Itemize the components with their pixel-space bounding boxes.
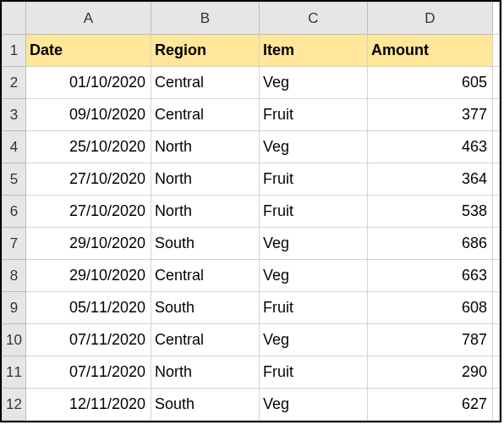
cell-item[interactable]: Fruit [260,356,368,389]
cell-item[interactable]: Veg [260,260,368,292]
table-row: 2 01/10/2020 Central Veg 605 [3,67,500,99]
cell-amount[interactable]: 663 [368,260,493,292]
cell-item[interactable]: Fruit [260,99,368,131]
cell-item[interactable]: Veg [260,389,368,421]
spreadsheet-grid[interactable]: A B C D 1 Date Region Item Amount 2 01/1… [0,0,501,422]
row-header[interactable]: 8 [3,260,26,292]
cell-date[interactable]: 29/10/2020 [26,228,151,260]
cell-amount[interactable]: 787 [368,324,493,356]
cell-item[interactable]: Fruit [260,196,368,228]
cell-region[interactable]: North [151,356,260,389]
table-row: 10 07/11/2020 Central Veg 787 [3,324,500,356]
cell-edge [493,324,500,356]
cell-date[interactable]: 05/11/2020 [26,292,151,324]
cell-date[interactable]: 12/11/2020 [26,389,151,421]
cell-date[interactable]: 07/11/2020 [26,324,151,356]
header-cell-date[interactable]: Date [26,35,151,67]
cell-region[interactable]: North [151,163,260,196]
cell-edge [493,99,500,131]
cell-region[interactable]: Central [151,324,260,356]
table-row: 6 27/10/2020 North Fruit 538 [3,196,500,228]
cell-edge [493,163,500,196]
cell-region[interactable]: South [151,389,260,421]
table-row: 5 27/10/2020 North Fruit 364 [3,163,500,196]
cell-item[interactable]: Veg [260,324,368,356]
row-header[interactable]: 12 [3,389,26,421]
cell-edge [493,389,500,421]
cell-edge [493,292,500,324]
column-header-c[interactable]: C [260,3,368,35]
row-header[interactable]: 11 [3,356,26,389]
column-header-b[interactable]: B [151,3,260,35]
cell-edge [493,260,500,292]
column-edge [493,3,500,35]
cell-date[interactable]: 29/10/2020 [26,260,151,292]
header-cell-region[interactable]: Region [151,35,260,67]
cell-date[interactable]: 27/10/2020 [26,196,151,228]
cell-region[interactable]: Central [151,99,260,131]
cell-item[interactable]: Veg [260,131,368,163]
cell-amount[interactable]: 627 [368,389,493,421]
cell-amount[interactable]: 608 [368,292,493,324]
cell-amount[interactable]: 377 [368,99,493,131]
table-row: 7 29/10/2020 South Veg 686 [3,228,500,260]
table-row: 4 25/10/2020 North Veg 463 [3,131,500,163]
cell-region[interactable]: North [151,196,260,228]
table-row: 1 Date Region Item Amount [3,35,500,67]
cell-date[interactable]: 09/10/2020 [26,99,151,131]
header-cell-item[interactable]: Item [260,35,368,67]
cell-item[interactable]: Fruit [260,163,368,196]
column-header-a[interactable]: A [26,3,151,35]
cell-region[interactable]: South [151,228,260,260]
table-row: 8 29/10/2020 Central Veg 663 [3,260,500,292]
cell-item[interactable]: Fruit [260,292,368,324]
cell-date[interactable]: 01/10/2020 [26,67,151,99]
row-header[interactable]: 7 [3,228,26,260]
row-header[interactable]: 2 [3,67,26,99]
cell-region[interactable]: Central [151,67,260,99]
cell-edge [493,356,500,389]
row-header[interactable]: 3 [3,99,26,131]
cell-amount[interactable]: 364 [368,163,493,196]
cell-date[interactable]: 27/10/2020 [26,163,151,196]
table-row: 11 07/11/2020 North Fruit 290 [3,356,500,389]
cell-amount[interactable]: 463 [368,131,493,163]
cell-edge [493,67,500,99]
table-row: 12 12/11/2020 South Veg 627 [3,389,500,421]
row-header[interactable]: 10 [3,324,26,356]
header-cell-amount[interactable]: Amount [368,35,493,67]
cell-region[interactable]: Central [151,260,260,292]
cell-item[interactable]: Veg [260,228,368,260]
cell-amount[interactable]: 538 [368,196,493,228]
cell-edge [493,35,500,67]
row-header[interactable]: 1 [3,35,26,67]
cell-item[interactable]: Veg [260,67,368,99]
cell-amount[interactable]: 605 [368,67,493,99]
row-header[interactable]: 4 [3,131,26,163]
cell-region[interactable]: South [151,292,260,324]
cell-edge [493,196,500,228]
table-row: 9 05/11/2020 South Fruit 608 [3,292,500,324]
cell-amount[interactable]: 290 [368,356,493,389]
cell-amount[interactable]: 686 [368,228,493,260]
select-all-corner[interactable] [3,3,26,35]
column-header-d[interactable]: D [368,3,493,35]
cell-date[interactable]: 07/11/2020 [26,356,151,389]
cell-edge [493,131,500,163]
table-row: 3 09/10/2020 Central Fruit 377 [3,99,500,131]
row-header[interactable]: 5 [3,163,26,196]
cell-date[interactable]: 25/10/2020 [26,131,151,163]
row-header[interactable]: 6 [3,196,26,228]
row-header[interactable]: 9 [3,292,26,324]
cell-region[interactable]: North [151,131,260,163]
cell-edge [493,228,500,260]
